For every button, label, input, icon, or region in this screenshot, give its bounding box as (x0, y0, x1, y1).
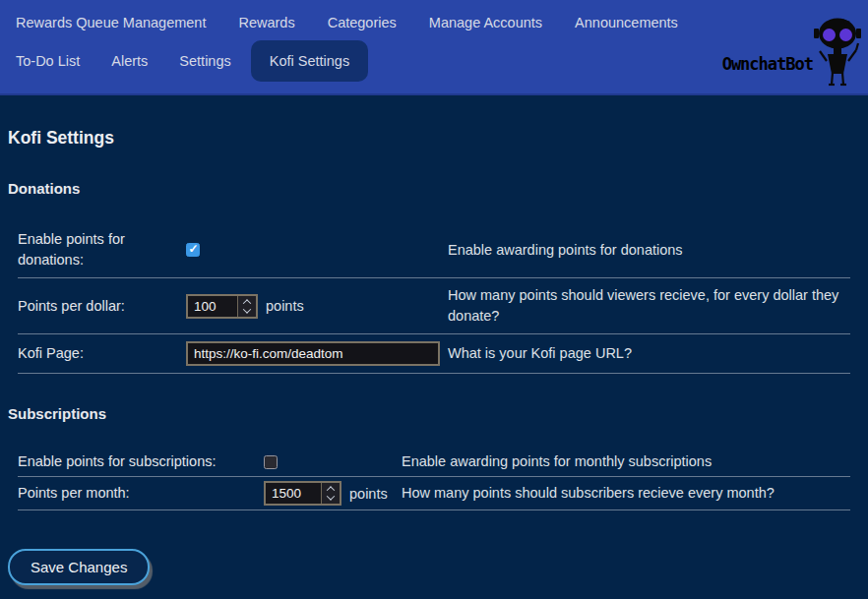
nav-item-announcements[interactable]: Announcements (575, 15, 678, 30)
nav-item-todo-list[interactable]: To-Do List (16, 53, 80, 69)
save-changes-button[interactable]: Save Changes (8, 549, 150, 585)
donations-settings-table: Enable points for donations: Enable awar… (18, 222, 850, 374)
enable-donations-label: Enable points for donations: (18, 229, 186, 270)
nav-item-alerts[interactable]: Alerts (111, 53, 148, 69)
enable-subscriptions-help: Enable awarding points for monthly subsc… (402, 451, 850, 472)
settings-row-points-per-month: Points per month: points How many points… (18, 477, 850, 510)
kofi-page-help: What is your Kofi page URL? (448, 343, 850, 364)
settings-row-kofi-page: Kofi Page: What is your Kofi page URL? (18, 334, 850, 374)
stepper-spinner[interactable] (237, 296, 256, 317)
points-per-dollar-help: How many points should viewers recieve, … (448, 285, 850, 327)
points-per-month-stepper (264, 481, 341, 506)
kofi-page-label: Kofi Page: (18, 343, 186, 364)
nav-item-kofi-settings[interactable]: Kofi Settings (251, 40, 368, 82)
page-title: Kofi Settings (8, 128, 860, 149)
nav-item-rewards-queue-management[interactable]: Rewards Queue Management (16, 15, 206, 30)
settings-row-enable-donations: Enable points for donations: Enable awar… (18, 222, 850, 278)
spinner-down-icon[interactable] (327, 492, 335, 500)
settings-row-points-per-dollar: Points per dollar: points How many point… (18, 278, 850, 334)
points-per-dollar-stepper (186, 294, 258, 319)
enable-donations-help: Enable awarding points for donations (448, 240, 850, 261)
top-navigation: Rewards Queue Management Rewards Categor… (0, 0, 868, 95)
settings-row-enable-subscriptions: Enable points for subscriptions: Enable … (18, 448, 850, 477)
logo: OwnchatBot (722, 18, 862, 89)
enable-subscriptions-label: Enable points for subscriptions: (18, 451, 264, 472)
enable-donations-checkbox[interactable] (186, 243, 200, 257)
points-per-dollar-label: Points per dollar: (18, 296, 186, 317)
nav-item-settings[interactable]: Settings (179, 53, 230, 69)
kofi-page-input[interactable] (186, 341, 440, 366)
points-per-month-input[interactable] (266, 483, 321, 504)
subscriptions-heading: Subscriptions (8, 405, 860, 422)
spinner-down-icon[interactable] (243, 305, 251, 313)
points-suffix: points (266, 298, 304, 314)
nav-item-rewards[interactable]: Rewards (238, 15, 294, 30)
nav-item-categories[interactable]: Categories (328, 15, 397, 30)
logo-text: OwnchatBot (722, 54, 813, 74)
points-per-dollar-input[interactable] (188, 296, 237, 317)
nav-item-manage-accounts[interactable]: Manage Accounts (429, 15, 542, 30)
donations-heading: Donations (8, 180, 860, 197)
points-per-month-help: How many points should subscribers recie… (402, 483, 850, 504)
stepper-spinner[interactable] (321, 483, 340, 504)
main-content: Kofi Settings Donations Enable points fo… (0, 95, 868, 585)
robot-mascot-icon (813, 18, 862, 89)
points-per-month-label: Points per month: (18, 483, 264, 504)
points-suffix: points (349, 486, 388, 502)
enable-subscriptions-checkbox[interactable] (264, 455, 278, 469)
subscriptions-settings-table: Enable points for subscriptions: Enable … (18, 448, 850, 510)
